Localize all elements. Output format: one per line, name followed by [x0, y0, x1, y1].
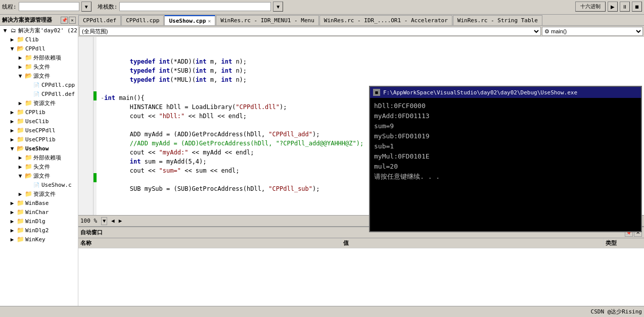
- tree-item-ext-deps-2[interactable]: ▶ 📁 外部依赖项: [0, 153, 78, 162]
- sidebar-close-btn[interactable]: ✕: [69, 17, 76, 24]
- tree-item-winkey[interactable]: ▶ 📁 WinKey: [0, 235, 78, 244]
- line-num: [81, 121, 91, 130]
- cpplib-label: CPPlib: [25, 109, 45, 116]
- tree-item-resources-2[interactable]: ▶ 📁 资源文件: [0, 189, 78, 198]
- marker-8: [94, 119, 97, 128]
- function-select[interactable]: ⚙ main(): [542, 27, 643, 36]
- tab-useshow-cpp[interactable]: UseShow.cpp ✕: [164, 15, 215, 25]
- headers-2-expander: ▶: [16, 164, 24, 170]
- tab-cppdll-def[interactable]: CPPdll.def: [78, 15, 121, 25]
- marker-active-2: [94, 173, 97, 182]
- code-line-10: ADD myAdd = (ADD)GetProcAddress(hDll, "C…: [101, 131, 320, 138]
- debug-btn-2[interactable]: ⏸: [620, 2, 630, 12]
- headers-1-label: 头文件: [33, 63, 50, 71]
- line-num: [81, 93, 91, 102]
- tab-cppdll-cpp[interactable]: CPPdll.cpp: [121, 15, 164, 25]
- solution-root[interactable]: ▼ 🗂 解决方案'day02' (22 ...: [0, 26, 78, 35]
- tab-winres-menu[interactable]: WinRes.rc - IDR_MENU1 - Menu: [216, 15, 318, 25]
- tree-item-sources-1[interactable]: ▼ 📂 源文件: [0, 71, 78, 80]
- debug-btn-1[interactable]: ▶: [608, 2, 618, 12]
- marker-11: [94, 146, 97, 155]
- tree-item-cppdll[interactable]: ▼ 📂 CPPdll: [0, 44, 78, 53]
- tree-item-winchar[interactable]: ▶ 📁 WinChar: [0, 207, 78, 217]
- thread-label: 线程:: [2, 3, 17, 11]
- tree-item-headers-1[interactable]: ▶ 📁 头文件: [0, 62, 78, 71]
- marker-7: [94, 110, 97, 119]
- tree-item-headers-2[interactable]: ▶ 📁 头文件: [0, 162, 78, 171]
- useclib-expander: ▶: [8, 118, 16, 125]
- tree-item-cppdll-def[interactable]: 📄 CPPdll.def: [0, 89, 78, 98]
- line-num: [81, 57, 91, 66]
- winbase-icon: 📁: [16, 199, 24, 207]
- tree-item-sources-2[interactable]: ▼ 📂 源文件: [0, 171, 78, 180]
- status-right: CSDN @达少Rising: [591, 308, 642, 315]
- ext-deps-1-label: 外部依赖项: [33, 54, 61, 62]
- col-value: 值: [341, 238, 604, 248]
- col-type: 类型: [604, 238, 644, 248]
- resources-1-icon: 📁: [24, 99, 32, 107]
- tree-item-windlg[interactable]: ▶ 📁 WinDlg: [0, 217, 78, 226]
- sources-1-expander: ▼: [16, 73, 24, 79]
- tree-item-winbase[interactable]: ▶ 📁 WinBase: [0, 198, 78, 207]
- auto-window-columns: 名称 值 类型: [78, 238, 644, 248]
- app-window: 线程: ▼ 堆栈数: ▼ 十六进制 ▶ ⏸ ⏹ 解决方案资源管理器 📌 ✕: [0, 0, 644, 317]
- resources-1-label: 资源文件: [33, 99, 56, 107]
- tab-winres-accel[interactable]: WinRes.rc - IDR_....OR1 - Accelerator: [319, 15, 452, 25]
- tab-winres-string[interactable]: WinRes.rc - String Table: [453, 15, 542, 25]
- sources-1-icon: 📂: [24, 72, 32, 80]
- cppdll-expander: ▼: [8, 45, 16, 52]
- cppdll-cpp-icon: 📄: [32, 81, 40, 89]
- line-num: [81, 75, 91, 84]
- code-line-8: cout << "hDll:" << hDll << endl;: [101, 113, 247, 120]
- nav-btn-left[interactable]: ◀: [111, 218, 115, 224]
- cppdll-def-expander: [24, 91, 32, 97]
- code-line-2: typedef int(*ADD)(int m, int n);: [101, 58, 247, 65]
- resources-2-icon: 📁: [24, 190, 32, 198]
- sources-2-expander: ▼: [16, 173, 24, 179]
- debug-btn-3[interactable]: ⏹: [632, 2, 642, 12]
- tree-item-cppdll-cpp[interactable]: 📄 CPPdll.cpp: [0, 80, 78, 89]
- tree-item-windlg2[interactable]: ▶ 📁 WinDlg2: [0, 226, 78, 235]
- tree-item-usecpplib[interactable]: ▶ 📁 UseCPPlib: [0, 135, 78, 144]
- windlg2-icon: 📁: [16, 226, 24, 234]
- tab-winres-accel-label: WinRes.rc - IDR_....OR1 - Accelerator: [324, 17, 448, 24]
- zoom-dropdown-btn[interactable]: ▼: [101, 217, 107, 225]
- nav-btn-right[interactable]: ▶: [119, 218, 122, 224]
- line-num: [81, 48, 91, 57]
- useshow-icon: 📂: [16, 144, 24, 152]
- tree-item-usecppdll[interactable]: ▶ 📁 UseCPPdll: [0, 126, 78, 135]
- scope-bar: (全局范围) ⚙ main(): [78, 26, 644, 37]
- tree-item-ext-deps-1[interactable]: ▶ 📁 外部依赖项: [0, 53, 78, 62]
- thread-input[interactable]: [19, 2, 79, 11]
- useshow-label: UseShow: [25, 145, 49, 152]
- winkey-expander: ▶: [8, 236, 16, 243]
- clib-expander: ▶: [8, 36, 16, 43]
- stack-dropdown-btn[interactable]: ▼: [273, 2, 283, 12]
- marker-3: [94, 64, 97, 73]
- tree-item-useclib[interactable]: ▶ 📁 UseClib: [0, 117, 78, 126]
- code-line-4: typedef int(*MUL)(int m, int n);: [101, 76, 247, 83]
- tab-winres-string-label: WinRes.rc - String Table: [457, 17, 538, 24]
- sidebar-pin-btn[interactable]: 📌: [61, 17, 68, 24]
- tree-item-useshow-c[interactable]: 📄 UseShow.c: [0, 180, 78, 189]
- headers-2-icon: 📁: [24, 163, 32, 171]
- tree-item-clib[interactable]: ▶ 📁 Clib: [0, 35, 78, 44]
- tree-item-resources-1[interactable]: ▶ 📁 资源文件: [0, 98, 78, 108]
- tab-useshow-close-icon[interactable]: ✕: [208, 18, 211, 24]
- useshow-expander: ▼: [8, 145, 16, 152]
- hex-btn[interactable]: 十六进制: [575, 2, 606, 12]
- line-num: [81, 166, 91, 175]
- tree-item-useshow[interactable]: ▼ 📂 UseShow: [0, 144, 78, 153]
- marker-12: [94, 155, 97, 164]
- cppdll-folder-icon: 📂: [16, 44, 24, 52]
- useclib-label: UseClib: [25, 118, 49, 125]
- console-line-4: mySub:0FD01019: [374, 131, 637, 141]
- tree-item-cpplib[interactable]: ▶ 📁 CPPlib: [0, 108, 78, 117]
- filter-btn[interactable]: ▼: [81, 2, 91, 12]
- sidebar-header: 解决方案资源管理器 📌 ✕: [0, 15, 78, 26]
- stack-input[interactable]: [119, 2, 271, 11]
- line-num: [81, 175, 91, 184]
- resources-1-expander: ▶: [16, 100, 24, 107]
- scope-select[interactable]: (全局范围): [79, 27, 541, 36]
- winkey-icon: 📁: [16, 235, 24, 243]
